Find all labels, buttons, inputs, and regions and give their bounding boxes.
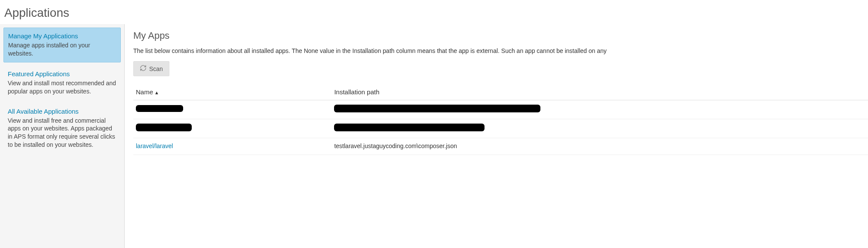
redacted-block: [334, 124, 485, 131]
app-name-cell: [133, 119, 331, 138]
column-header-name[interactable]: Name▲: [133, 84, 331, 100]
sidebar-item-title: Featured Applications: [8, 70, 117, 78]
app-name-cell: [133, 100, 331, 119]
scan-button-label: Scan: [149, 65, 163, 72]
column-header-installation-path[interactable]: Installation path: [331, 84, 868, 100]
main-description: The list below contains information abou…: [133, 47, 868, 54]
app-name-link[interactable]: laravel/laravel: [136, 143, 173, 149]
app-path-cell: testlaravel.justaguycoding.com\composer.…: [331, 138, 868, 155]
sidebar-item-manage-my-applications[interactable]: Manage My Applications Manage apps insta…: [3, 28, 121, 62]
table-row: laravel/laravel testlaravel.justaguycodi…: [133, 138, 868, 155]
redacted-block: [136, 105, 183, 112]
app-path-text: testlaravel.justaguycoding.com\composer.…: [334, 143, 457, 149]
redacted-block: [334, 105, 540, 112]
scan-button[interactable]: Scan: [133, 61, 169, 76]
redacted-block: [136, 124, 192, 131]
app-path-cell: [331, 119, 868, 138]
sidebar-item-desc: View and install most recommended and po…: [8, 79, 117, 96]
app-name-cell: laravel/laravel: [133, 138, 331, 155]
app-path-cell: [331, 100, 868, 119]
apps-table: Name▲ Installation path: [133, 84, 868, 155]
page-title: Applications: [0, 0, 868, 24]
table-row: [133, 119, 868, 138]
sidebar-item-desc: Manage apps installed on your websites.: [8, 41, 116, 58]
refresh-icon: [140, 65, 147, 73]
sidebar: Manage My Applications Manage apps insta…: [0, 24, 125, 248]
table-row: [133, 100, 868, 119]
main-content: My Apps The list below contains informat…: [125, 24, 868, 248]
sidebar-item-title: Manage My Applications: [8, 32, 116, 40]
sidebar-item-desc: View and install free and commercial app…: [8, 117, 117, 149]
sort-asc-icon: ▲: [154, 90, 159, 95]
sidebar-item-title: All Available Applications: [8, 108, 117, 115]
main-heading: My Apps: [133, 30, 868, 41]
sidebar-item-featured-applications[interactable]: Featured Applications View and install m…: [3, 66, 121, 100]
sidebar-item-all-available-applications[interactable]: All Available Applications View and inst…: [3, 103, 121, 154]
